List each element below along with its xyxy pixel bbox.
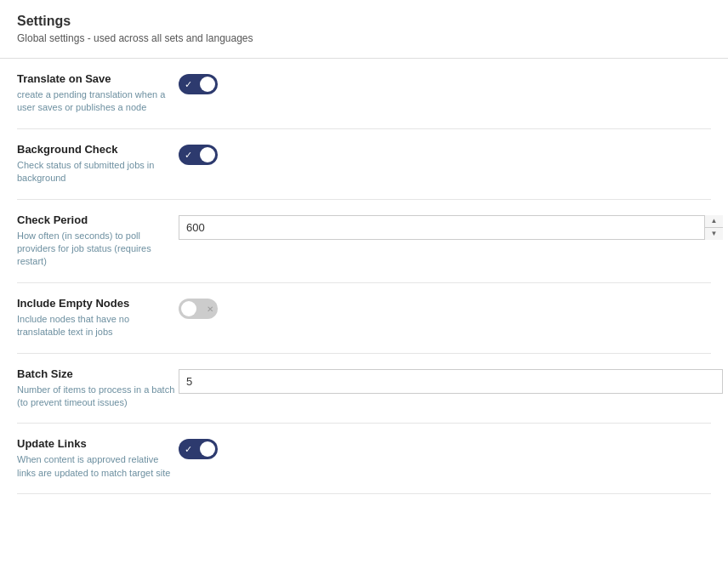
toggle-knob-update-links <box>200 441 215 457</box>
setting-label-col-update-links: Update LinksWhen content is approved rel… <box>17 437 179 480</box>
toggle-include-empty-nodes[interactable] <box>179 299 218 319</box>
setting-row-include-empty-nodes: Include Empty NodesInclude nodes that ha… <box>17 283 711 354</box>
setting-control-col-batch-size <box>179 367 723 394</box>
toggle-slider-translate-on-save <box>179 74 218 94</box>
toggle-background-check[interactable] <box>179 145 218 165</box>
toggle-translate-on-save[interactable] <box>179 74 218 94</box>
setting-row-background-check: Background CheckCheck status of submitte… <box>17 129 711 200</box>
setting-control-col-include-empty-nodes <box>179 297 711 319</box>
setting-label-background-check: Background Check <box>17 143 179 156</box>
setting-row-batch-size: Batch SizeNumber of items to process in … <box>17 354 711 424</box>
setting-label-batch-size: Batch Size <box>17 367 179 380</box>
setting-control-col-update-links <box>179 437 711 459</box>
setting-label-col-background-check: Background CheckCheck status of submitte… <box>17 143 179 185</box>
setting-desc-background-check: Check status of submitted jobs in backgr… <box>17 159 179 185</box>
toggle-knob-translate-on-save <box>200 77 215 92</box>
spinner-down-check-period[interactable]: ▼ <box>705 228 723 240</box>
page-title: Settings <box>17 14 711 29</box>
page-subtitle: Global settings - used across all sets a… <box>17 32 711 44</box>
setting-desc-batch-size: Number of items to process in a batch (t… <box>17 384 179 410</box>
number-wrapper-check-period: ▲▼ <box>179 215 723 240</box>
setting-desc-update-links: When content is approved relative links … <box>17 453 179 480</box>
setting-control-col-check-period: ▲▼ <box>179 213 723 240</box>
toggle-update-links[interactable] <box>179 439 218 459</box>
toggle-slider-background-check <box>179 145 218 165</box>
spinner-up-check-period[interactable]: ▲ <box>705 215 723 228</box>
setting-label-col-check-period: Check PeriodHow often (in seconds) to po… <box>17 213 179 269</box>
toggle-knob-include-empty-nodes <box>181 301 196 316</box>
setting-desc-check-period: How often (in seconds) to poll providers… <box>17 230 179 269</box>
setting-label-col-include-empty-nodes: Include Empty NodesInclude nodes that ha… <box>17 297 179 339</box>
setting-control-col-translate-on-save <box>179 72 711 94</box>
setting-label-include-empty-nodes: Include Empty Nodes <box>17 297 179 310</box>
toggle-slider-include-empty-nodes <box>179 299 218 319</box>
setting-desc-translate-on-save: create a pending translation when a user… <box>17 88 179 115</box>
settings-list: Translate on Savecreate a pending transl… <box>17 59 711 494</box>
setting-label-check-period: Check Period <box>17 213 179 226</box>
setting-row-check-period: Check PeriodHow often (in seconds) to po… <box>17 200 711 283</box>
setting-label-col-translate-on-save: Translate on Savecreate a pending transl… <box>17 72 179 115</box>
toggle-slider-update-links <box>179 439 218 459</box>
number-input-check-period[interactable] <box>179 215 723 240</box>
setting-row-update-links: Update LinksWhen content is approved rel… <box>17 424 711 494</box>
setting-label-translate-on-save: Translate on Save <box>17 72 179 85</box>
settings-page: Settings Global settings - used across a… <box>0 0 728 508</box>
setting-label-update-links: Update Links <box>17 437 179 450</box>
setting-control-col-background-check <box>179 143 711 165</box>
text-input-batch-size[interactable] <box>179 369 723 394</box>
setting-desc-include-empty-nodes: Include nodes that have no translatable … <box>17 313 179 339</box>
setting-label-col-batch-size: Batch SizeNumber of items to process in … <box>17 367 179 410</box>
number-spinners-check-period: ▲▼ <box>704 215 723 240</box>
toggle-knob-background-check <box>200 147 215 162</box>
setting-row-translate-on-save: Translate on Savecreate a pending transl… <box>17 59 711 129</box>
